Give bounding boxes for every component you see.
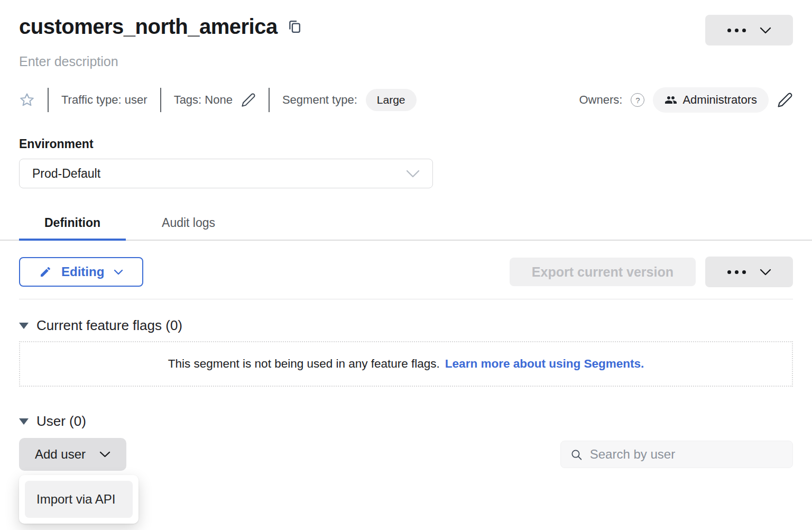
tags-label: Tags: None: [174, 93, 233, 107]
ellipsis-icon: [727, 270, 746, 274]
edit-tags-pencil-icon[interactable]: [241, 93, 256, 107]
description-placeholder[interactable]: Enter description: [19, 54, 793, 69]
owners-value: Administrators: [682, 93, 757, 107]
segment-detail-page: customers_north_america Enter descriptio…: [0, 0, 812, 471]
editing-status-button[interactable]: Editing: [19, 257, 143, 287]
header: customers_north_america: [19, 15, 793, 45]
edit-owners-pencil-icon[interactable]: [777, 92, 793, 108]
definition-more-actions-button[interactable]: [705, 257, 793, 287]
add-user-dropdown-menu: Import via API: [19, 475, 139, 524]
menu-item-import-via-api[interactable]: Import via API: [25, 481, 133, 518]
add-user-label: Add user: [35, 447, 86, 462]
owners-badge: Administrators: [653, 87, 769, 113]
feature-flags-empty-state: This segment is not being used in any fe…: [19, 341, 793, 387]
pencil-icon: [39, 266, 52, 278]
segment-type-label: Segment type:: [282, 93, 357, 107]
environment-label: Environment: [19, 137, 793, 151]
search-by-user-box: [560, 441, 793, 468]
tab-audit-logs[interactable]: Audit logs: [131, 208, 246, 241]
help-icon[interactable]: ?: [631, 93, 644, 107]
chevron-down-icon: [99, 451, 110, 458]
empty-state-text: This segment is not being used in any fe…: [168, 357, 440, 371]
definition-toolbar: Editing Export current version: [19, 257, 793, 287]
collapse-triangle-icon: [19, 418, 29, 425]
search-by-user-input[interactable]: [590, 447, 783, 462]
divider: [269, 88, 270, 112]
feature-flags-section-header[interactable]: Current feature flags (0): [19, 317, 793, 334]
feature-flags-section-title: Current feature flags (0): [36, 317, 182, 334]
people-icon: [665, 94, 677, 106]
divider: [19, 299, 793, 299]
chevron-down-icon: [760, 269, 771, 276]
divider: [160, 88, 161, 112]
star-icon[interactable]: [19, 92, 35, 108]
divider: [48, 88, 49, 112]
tab-bar: Definition Audit logs: [0, 208, 812, 241]
add-user-button[interactable]: Add user: [19, 438, 126, 471]
environment-select[interactable]: Prod-Default: [19, 159, 433, 188]
ellipsis-icon: [727, 29, 746, 32]
copy-icon[interactable]: [287, 19, 302, 35]
chevron-down-icon: [406, 170, 420, 178]
meta-row: Traffic type: user Tags: None Segment ty…: [19, 87, 793, 113]
traffic-type-label: Traffic type: user: [61, 93, 147, 107]
user-section-header[interactable]: User (0): [19, 413, 793, 430]
user-section-title: User (0): [36, 413, 86, 430]
editing-label: Editing: [61, 264, 104, 279]
segment-type-badge: Large: [366, 89, 417, 111]
tab-definition[interactable]: Definition: [19, 208, 126, 241]
owners-label: Owners:: [579, 93, 622, 107]
learn-more-link[interactable]: Learn more about using Segments.: [445, 357, 644, 371]
collapse-triangle-icon: [19, 323, 29, 329]
export-current-version-button[interactable]: Export current version: [510, 258, 696, 286]
user-controls-row: Add user Import via API: [19, 438, 793, 471]
search-icon: [570, 448, 583, 461]
page-title: customers_north_america: [19, 15, 278, 39]
chevron-down-icon: [760, 27, 771, 34]
environment-selected-value: Prod-Default: [32, 167, 100, 181]
header-more-actions-button[interactable]: [705, 15, 793, 45]
chevron-down-icon: [114, 269, 123, 275]
